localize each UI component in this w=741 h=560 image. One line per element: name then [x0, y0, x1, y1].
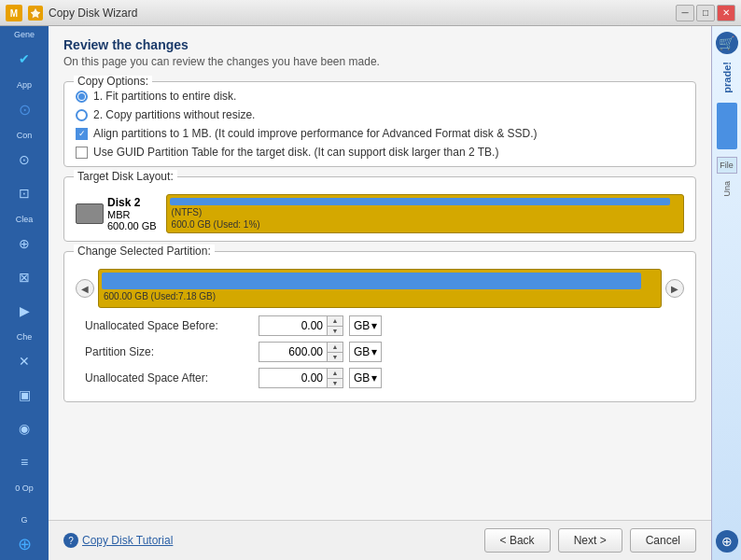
sidebar-apply-label: App [17, 80, 32, 90]
dialog-header: Review the changes On this page you can … [49, 26, 711, 76]
checkbox1-label: Align partitions to 1 MB. (It could impr… [93, 127, 538, 140]
title-bar: M Copy Disk Wizard ─ □ ✕ [0, 0, 741, 26]
field-row-0: Unallocated Space Before: ▲ ▼ GB ▾ [85, 315, 684, 336]
change-partition-label: Change Selected Partition: [74, 245, 215, 258]
sidebar: Gene ✔ App ⊙ Con ⊙ ⊡ Clea ⊕ ⊠ ▶ Che ✕ ▣ … [0, 26, 49, 560]
checkbox1[interactable]: ✓ [76, 128, 88, 140]
change-partition-section: Change Selected Partition: ◀ 600.00 GB (… [63, 251, 696, 402]
sidebar-item-check3[interactable]: ◉ [6, 413, 43, 444]
sidebar-item-clean3[interactable]: ▶ [6, 295, 43, 327]
spin-down-2[interactable]: ▼ [328, 379, 343, 388]
spinbox-2[interactable]: ▲ ▼ [259, 368, 343, 388]
sidebar-item-check1[interactable]: ✕ [6, 345, 43, 377]
sidebar-g-label: G [21, 515, 27, 525]
close-button[interactable]: ✕ [717, 5, 735, 21]
spin-down-1[interactable]: ▼ [328, 353, 343, 362]
option1-radio[interactable] [76, 91, 88, 103]
target-disk-label: Target Disk Layout: [74, 170, 177, 183]
checkbox2[interactable] [76, 147, 88, 159]
checkbox2-row[interactable]: Use GUID Partition Table for the target … [76, 146, 684, 159]
dialog: Review the changes On this page you can … [49, 26, 711, 560]
promo-bar: 🛒 prade! File Una ⊕ [711, 26, 741, 560]
disk-info-block: Disk 2 MBR 600.00 GB [76, 196, 157, 231]
scroll-right-arrow[interactable]: ▶ [665, 279, 684, 298]
field-label-1: Partition Size: [85, 345, 253, 358]
svg-text:M: M [10, 8, 18, 19]
field-label-0: Unallocated Space Before: [85, 319, 253, 332]
promo-blue-rect [717, 103, 737, 149]
spin-up-2[interactable]: ▲ [328, 369, 343, 379]
spinbox-input-2[interactable] [259, 369, 327, 387]
promo-file-area: File [717, 157, 737, 174]
sidebar-item-g[interactable]: ⊕ [6, 528, 43, 560]
back-button[interactable]: < Back [484, 528, 551, 553]
unit-dropdown-1[interactable]: GB ▾ [349, 342, 382, 362]
sidebar-item-clean1[interactable]: ⊕ [6, 228, 43, 259]
spin-up-1[interactable]: ▲ [328, 343, 343, 353]
disk-bar: (NTFS) 600.0 GB (Used: 1%) [166, 194, 684, 233]
disk-bar-label1: (NTFS) [170, 207, 680, 217]
app-icon: M [6, 5, 22, 21]
dialog-title: Review the changes [63, 37, 696, 52]
promo-cart-icon: 🛒 [716, 32, 738, 54]
sidebar-ops-label: 0 Op [15, 483, 34, 493]
option2-label: 2. Copy partitions without resize. [93, 108, 255, 121]
disk-icon [76, 203, 104, 224]
disk-bar-fill [170, 198, 670, 205]
maximize-button[interactable]: □ [696, 5, 715, 21]
partition-fields: Unallocated Space Before: ▲ ▼ GB ▾ [76, 315, 684, 388]
sidebar-clean-label: Clea [16, 215, 34, 224]
spinbox-arrows-1: ▲ ▼ [327, 343, 343, 361]
disk-name: Disk 2 MBR 600.00 GB [107, 196, 157, 231]
file-label: File [720, 161, 734, 170]
sidebar-item-apply[interactable]: ⊙ [6, 93, 43, 125]
minimize-button[interactable]: ─ [676, 5, 694, 21]
checkbox1-row[interactable]: ✓ Align partitions to 1 MB. (It could im… [76, 127, 684, 140]
promo-bottom-icon[interactable]: ⊕ [716, 530, 738, 553]
target-disk-section: Target Disk Layout: Disk 2 MBR 600.00 GB [63, 176, 696, 242]
option2-radio[interactable] [76, 109, 88, 121]
dialog-subtitle: On this page you can review the changes … [63, 55, 696, 68]
sidebar-item-check2[interactable]: ▣ [6, 379, 43, 411]
help-text: Copy Disk Tutorial [82, 534, 173, 547]
partition-bar-fill [102, 273, 641, 289]
window-controls[interactable]: ─ □ ✕ [676, 5, 735, 21]
partition-bar-label: 600.00 GB (Used:7.18 GB) [102, 291, 658, 301]
spinbox-1[interactable]: ▲ ▼ [259, 342, 343, 362]
sidebar-item-convert2[interactable]: ⊡ [6, 177, 43, 209]
wizard-icon [28, 6, 43, 21]
scroll-left-arrow[interactable]: ◀ [76, 279, 94, 298]
unit-dropdown-0[interactable]: GB ▾ [349, 315, 382, 336]
copy-options-label: Copy Options: [74, 76, 152, 88]
field-row-1: Partition Size: ▲ ▼ GB ▾ [85, 342, 684, 362]
spin-down-0[interactable]: ▼ [328, 327, 343, 336]
sidebar-item-check4[interactable]: ≡ [6, 446, 43, 478]
copy-options-section: Copy Options: 1. Fit partitions to entir… [63, 81, 696, 167]
partition-bar: 600.00 GB (Used:7.18 GB) [98, 269, 662, 308]
option1-row[interactable]: 1. Fit partitions to entire disk. [76, 90, 684, 103]
spinbox-input-1[interactable] [259, 343, 327, 361]
option2-row[interactable]: 2. Copy partitions without resize. [76, 108, 684, 121]
help-link[interactable]: ? Copy Disk Tutorial [63, 533, 173, 548]
unit-dropdown-2[interactable]: GB ▾ [349, 368, 382, 388]
promo-upgrade-text: prade! [721, 62, 733, 93]
spinbox-input-0[interactable] [259, 316, 327, 335]
spin-up-0[interactable]: ▲ [328, 316, 343, 327]
sidebar-check-label: Che [17, 332, 33, 342]
sidebar-general-label: Gene [14, 30, 35, 39]
sidebar-item-general[interactable]: ✔ [6, 43, 43, 75]
option1-label: 1. Fit partitions to entire disk. [93, 90, 236, 103]
checkbox2-label: Use GUID Partition Table for the target … [93, 146, 498, 159]
svg-marker-2 [30, 7, 41, 19]
sidebar-item-clean2[interactable]: ⊠ [6, 261, 43, 293]
sidebar-item-convert1[interactable]: ⊙ [6, 144, 43, 175]
next-button[interactable]: Next > [558, 528, 622, 553]
cancel-button[interactable]: Cancel [630, 528, 696, 553]
spinbox-0[interactable]: ▲ ▼ [259, 315, 343, 336]
window-title: Copy Disk Wizard [49, 7, 670, 20]
field-row-2: Unallocated Space After: ▲ ▼ GB ▾ [85, 368, 684, 388]
help-icon: ? [63, 533, 78, 548]
field-label-2: Unallocated Space After: [85, 371, 253, 385]
spinbox-arrows-0: ▲ ▼ [327, 316, 343, 335]
disk-bar-label2: 600.0 GB (Used: 1%) [170, 219, 680, 230]
